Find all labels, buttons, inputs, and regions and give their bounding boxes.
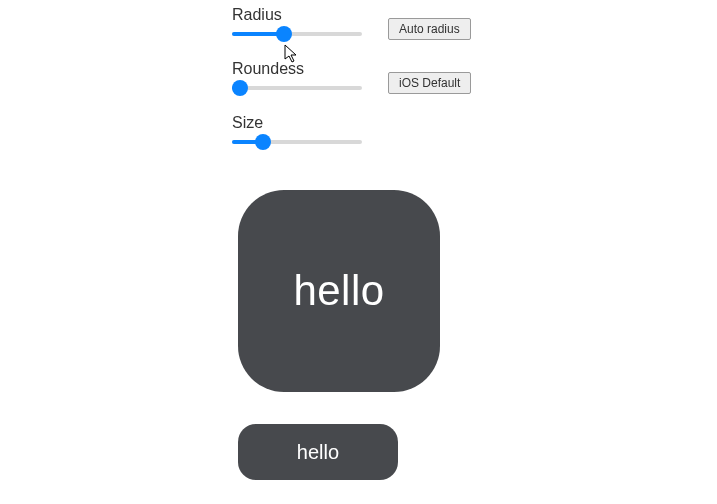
preview-large-text: hello: [293, 267, 384, 315]
size-slider[interactable]: [232, 134, 362, 150]
radius-label: Radius: [232, 6, 372, 24]
ios-default-button[interactable]: iOS Default: [388, 72, 471, 94]
radius-slider[interactable]: [232, 26, 362, 42]
radius-row: Radius Auto radius: [232, 6, 492, 42]
roundess-slider-thumb[interactable]: [232, 80, 248, 96]
roundess-label: Roundess: [232, 60, 372, 78]
size-slider-thumb[interactable]: [255, 134, 271, 150]
preview-squircle-small: hello: [238, 424, 398, 480]
roundess-slider[interactable]: [232, 80, 362, 96]
page-root: Radius Auto radius Roundess iOS Default: [0, 0, 717, 504]
roundess-row: Roundess iOS Default: [232, 60, 492, 96]
size-row: Size: [232, 114, 492, 150]
preview-area: hello hello: [232, 190, 492, 480]
preview-squircle-large: hello: [238, 190, 440, 392]
auto-radius-button[interactable]: Auto radius: [388, 18, 471, 40]
preview-small-text: hello: [297, 441, 339, 464]
controls-panel: Radius Auto radius Roundess iOS Default: [232, 6, 492, 168]
radius-slider-thumb[interactable]: [276, 26, 292, 42]
size-label: Size: [232, 114, 372, 132]
